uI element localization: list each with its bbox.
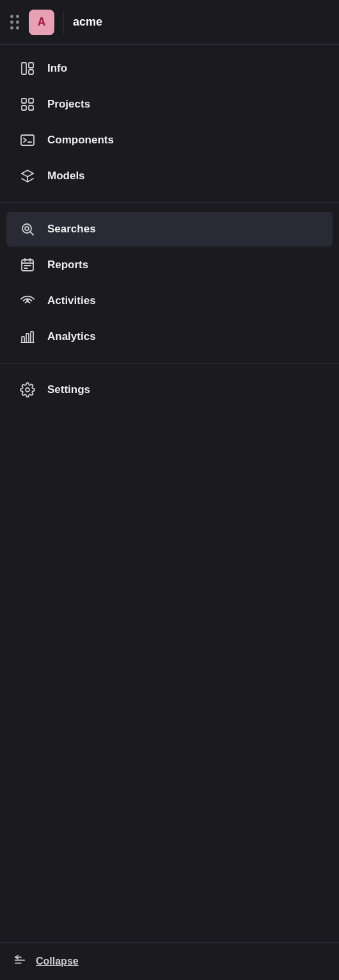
sidebar-item-projects[interactable]: Projects [6,87,333,122]
sidebar-item-label: Activities [47,294,96,307]
sidebar-item-info[interactable]: Info [6,51,333,86]
components-icon [19,132,36,149]
sidebar-item-components[interactable]: Components [6,123,333,157]
svg-rect-7 [21,135,34,145]
models-icon [19,168,36,184]
collapse-button[interactable]: Collapse [0,942,339,980]
svg-point-11 [25,227,29,230]
sidebar-item-label: Settings [47,383,90,396]
svg-rect-3 [22,99,26,103]
sidebar-item-label: Reports [47,259,88,271]
sidebar-item-reports[interactable]: Reports [6,248,333,282]
nav-divider-2 [0,363,339,364]
sidebar-item-label: Info [47,62,67,75]
nav-section-1: Info Projects Components [0,45,339,200]
nav-divider-1 [0,202,339,203]
nav-section-3: Settings [0,366,339,414]
sidebar-item-label: Projects [47,98,90,111]
sidebar-item-settings[interactable]: Settings [6,373,333,407]
settings-icon [19,382,36,398]
projects-icon [19,96,36,113]
collapse-icon [13,953,27,970]
collapse-label: Collapse [36,956,79,967]
grid-dots-icon[interactable] [10,15,20,30]
svg-rect-6 [29,106,33,110]
layout-icon [19,60,36,77]
activities-icon [19,293,36,309]
app-name: acme [73,15,102,29]
sidebar-item-label: Analytics [47,330,96,343]
svg-rect-22 [31,332,33,342]
avatar[interactable]: A [29,10,54,35]
svg-point-24 [26,388,29,392]
sidebar-item-label: Models [47,170,85,182]
sidebar-item-activities[interactable]: Activities [6,284,333,318]
sidebar-item-models[interactable]: Models [6,159,333,193]
sidebar-item-label: Searches [47,223,96,236]
svg-rect-5 [22,106,26,110]
search-icon [19,221,36,237]
header: A acme [0,0,339,45]
nav-section-2: Searches Reports Activ [0,205,339,360]
spacer [0,414,339,942]
sidebar-item-label: Components [47,134,114,147]
sidebar-item-analytics[interactable]: Analytics [6,319,333,354]
svg-rect-21 [26,333,29,342]
svg-line-12 [30,232,33,235]
svg-rect-2 [29,70,33,74]
sidebar-item-searches[interactable]: Searches [6,212,333,246]
svg-rect-4 [29,99,33,103]
reports-icon [19,257,36,273]
header-divider [63,11,64,34]
svg-rect-1 [29,63,33,68]
analytics-icon [19,328,36,345]
svg-rect-0 [22,63,26,74]
svg-rect-20 [22,337,24,342]
